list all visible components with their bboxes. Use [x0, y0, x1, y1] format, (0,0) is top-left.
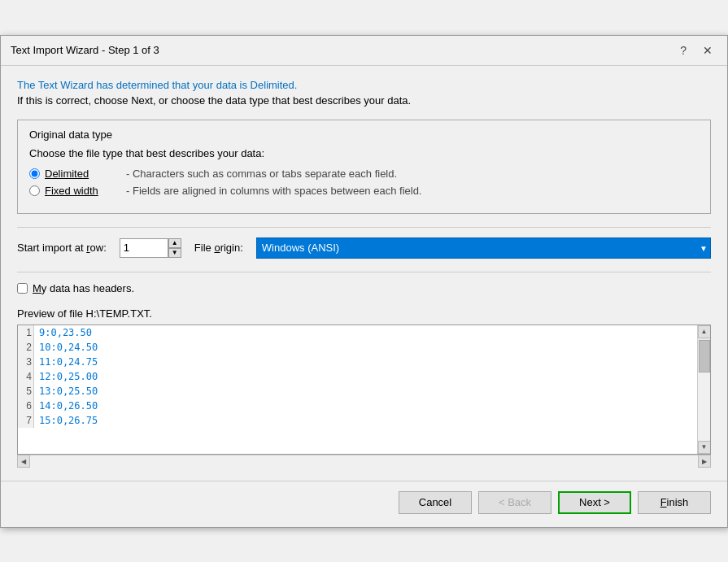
- table-row: 311:0,24.75: [18, 355, 697, 369]
- file-origin-select[interactable]: Windows (ANSI) MS-DOS (PC-8) Unicode (UT…: [256, 237, 711, 259]
- start-import-label: Start import at row:: [17, 242, 107, 254]
- divider1: [17, 227, 711, 228]
- radio-fixed[interactable]: [29, 185, 40, 196]
- file-origin-label: File origin:: [194, 242, 243, 254]
- row-data: 12:0,25.00: [34, 369, 102, 384]
- row-number: 4: [18, 369, 34, 384]
- radio-delimited-label[interactable]: Delimited: [45, 168, 118, 180]
- row-number: 5: [18, 384, 34, 399]
- table-row: 210:0,24.50: [18, 340, 697, 355]
- title-bar-controls: ? ✕: [675, 42, 717, 59]
- table-row: 412:0,25.00: [18, 369, 697, 384]
- scroll-track[interactable]: [698, 372, 710, 441]
- info-line2: If this is correct, choose Next, or choo…: [17, 94, 711, 107]
- preview-label: Preview of file H:\TEMP.TXT.: [17, 307, 711, 320]
- next-button[interactable]: Next >: [558, 491, 631, 514]
- content-area: The Text Wizard has determined that your…: [1, 66, 727, 481]
- row-data: 15:0,26.75: [34, 413, 102, 428]
- vertical-scrollbar[interactable]: ▲ ▼: [697, 325, 710, 454]
- horizontal-scrollbar[interactable]: ◀ ▶: [17, 455, 711, 468]
- scroll-right-arrow[interactable]: ▶: [698, 455, 711, 468]
- scroll-left-arrow[interactable]: ◀: [17, 455, 30, 468]
- import-settings-row: Start import at row: 1 ▲ ▼ File origin: …: [17, 237, 711, 259]
- original-data-type-group: Original data type Choose the file type …: [17, 120, 711, 214]
- radio-delimited-desc: - Characters such as commas or tabs sepa…: [126, 168, 397, 180]
- preview-rows: 19:0,23.50210:0,24.50311:0,24.75412:0,25…: [18, 325, 697, 428]
- row-data: 14:0,26.50: [34, 399, 102, 413]
- spinner-buttons: ▲ ▼: [168, 238, 181, 258]
- row-number: 2: [18, 340, 34, 355]
- row-number: 1: [18, 325, 34, 340]
- table-row: 715:0,26.75: [18, 413, 697, 428]
- file-origin-select-wrap: Windows (ANSI) MS-DOS (PC-8) Unicode (UT…: [256, 237, 711, 259]
- divider2: [17, 272, 711, 272]
- row-data: 11:0,24.75: [34, 355, 102, 369]
- group-subtitle: Choose the file type that best describes…: [29, 147, 699, 159]
- table-row: 513:0,25.50: [18, 384, 697, 399]
- preview-box: 19:0,23.50210:0,24.50311:0,24.75412:0,25…: [17, 325, 711, 455]
- headers-checkbox[interactable]: [17, 283, 28, 294]
- headers-row: My data has headers.: [17, 282, 711, 294]
- row-number: 6: [18, 399, 34, 413]
- help-button[interactable]: ?: [675, 42, 691, 59]
- dialog-title: Text Import Wizard - Step 1 of 3: [11, 44, 159, 56]
- scroll-up-arrow[interactable]: ▲: [698, 325, 711, 338]
- table-row: 19:0,23.50: [18, 325, 697, 340]
- scroll-down-arrow[interactable]: ▼: [698, 441, 711, 454]
- spinner-down[interactable]: ▼: [168, 248, 181, 258]
- cancel-button[interactable]: Cancel: [399, 491, 472, 514]
- start-row-input[interactable]: 1: [120, 238, 168, 258]
- finish-button[interactable]: Finish: [638, 491, 711, 514]
- radio-delimited-row: Delimited - Characters such as commas or…: [29, 168, 699, 180]
- spinner-up[interactable]: ▲: [168, 238, 181, 248]
- row-number: 7: [18, 413, 34, 428]
- radio-delimited[interactable]: [29, 168, 40, 179]
- group-title: Original data type: [29, 129, 699, 141]
- radio-fixed-label[interactable]: Fixed width: [45, 185, 118, 197]
- back-button[interactable]: < Back: [478, 491, 551, 514]
- radio-fixed-desc: - Fields are aligned in columns with spa…: [126, 185, 421, 197]
- info-line1: The Text Wizard has determined that your…: [17, 79, 711, 91]
- start-import-spinner: 1 ▲ ▼: [120, 238, 181, 258]
- dialog: Text Import Wizard - Step 1 of 3 ? ✕ The…: [0, 35, 728, 528]
- row-data: 10:0,24.50: [34, 340, 102, 355]
- row-number: 3: [18, 355, 34, 369]
- scroll-track-h[interactable]: [30, 455, 698, 468]
- close-button[interactable]: ✕: [698, 42, 717, 59]
- radio-fixed-row: Fixed width - Fields are aligned in colu…: [29, 185, 699, 197]
- preview-content[interactable]: 19:0,23.50210:0,24.50311:0,24.75412:0,25…: [18, 325, 697, 454]
- button-row: Cancel < Back Next > Finish: [1, 481, 727, 527]
- scroll-thumb[interactable]: [699, 340, 710, 372]
- headers-label[interactable]: My data has headers.: [33, 282, 134, 294]
- title-bar: Text Import Wizard - Step 1 of 3 ? ✕: [1, 36, 727, 66]
- table-row: 614:0,26.50: [18, 399, 697, 413]
- row-data: 9:0,23.50: [34, 325, 97, 340]
- row-data: 13:0,25.50: [34, 384, 102, 399]
